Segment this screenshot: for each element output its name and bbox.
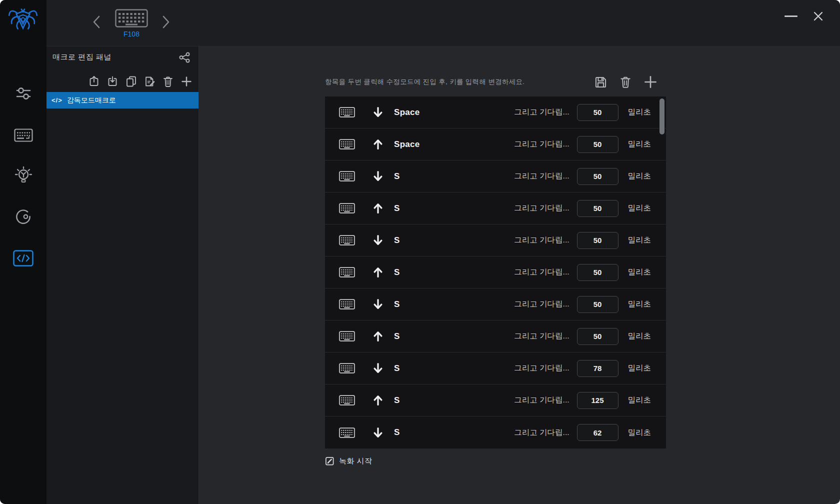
save-macro-button[interactable] — [593, 74, 608, 90]
save-icon — [594, 76, 608, 89]
export-macro-button[interactable] — [88, 74, 100, 88]
keyboard-event-icon — [339, 428, 355, 438]
import-macro-button[interactable] — [106, 74, 119, 88]
sidebar-item-macro-editor[interactable] — [0, 244, 46, 272]
keyboard-event-icon — [339, 395, 355, 406]
record-label: 녹화 시작 — [339, 456, 372, 466]
table-scrollbar-thumb[interactable] — [660, 98, 664, 134]
export-icon — [88, 76, 100, 88]
key-up-arrow-icon — [373, 330, 383, 342]
share-macro-button[interactable] — [178, 50, 192, 64]
lightbulb-icon — [14, 166, 33, 186]
macro-name-label: 감독모드매크로 — [67, 96, 116, 105]
milliseconds-unit-label: 밀리초 — [628, 107, 652, 118]
minimize-button[interactable] — [783, 8, 799, 24]
key-name-label: S — [394, 204, 514, 214]
delay-value-field[interactable]: 50 — [577, 296, 618, 313]
key-up-arrow-icon — [373, 138, 383, 150]
start-recording-button[interactable]: 녹화 시작 — [325, 456, 372, 466]
delete-macro-button[interactable] — [162, 74, 174, 88]
macro-list-item[interactable]: </> 감독모드매크로 — [46, 92, 198, 108]
delay-value-field[interactable]: 50 — [577, 136, 618, 153]
macro-step-row[interactable]: S 그리고 기다립... 50 밀리초 — [325, 256, 666, 288]
macro-step-row[interactable]: S 그리고 기다립... 50 밀리초 — [325, 320, 666, 352]
sidebar-item-key-settings[interactable] — [0, 121, 46, 149]
keyboard-event-icon — [339, 299, 355, 310]
wait-label: 그리고 기다립... — [514, 107, 569, 118]
delay-value-field[interactable]: 50 — [577, 232, 618, 249]
brand-spider-logo — [6, 4, 40, 35]
minimize-icon — [784, 16, 798, 17]
rename-macro-button[interactable] — [143, 74, 156, 88]
copy-macro-button[interactable] — [124, 74, 138, 88]
keyboard-event-icon — [339, 107, 355, 118]
macro-step-editor: 항목을 두번 클릭해 수정모드에 진입 후, 키를 입력해 변경하세요. — [199, 46, 840, 504]
key-name-label: S — [394, 268, 514, 278]
macro-step-row[interactable]: S 그리고 기다립... 50 밀리초 — [325, 192, 666, 224]
key-name-label: S — [394, 428, 514, 438]
delay-value-field[interactable]: 125 — [577, 392, 618, 409]
sliders-icon — [14, 84, 32, 102]
macro-step-row[interactable]: S 그리고 기다립... 50 밀리초 — [325, 160, 666, 192]
milliseconds-unit-label: 밀리초 — [628, 363, 652, 374]
milliseconds-unit-label: 밀리초 — [628, 139, 652, 150]
delay-value-field[interactable]: 50 — [577, 264, 618, 281]
sidebar-item-performance-settings[interactable] — [0, 80, 46, 108]
share-icon — [178, 51, 191, 64]
delay-value-field[interactable]: 62 — [577, 424, 618, 441]
sidebar-item-performance-gauge[interactable] — [0, 203, 46, 231]
delete-step-button[interactable] — [618, 74, 633, 90]
wait-label: 그리고 기다립... — [514, 235, 569, 246]
sidebar-item-lighting[interactable] — [0, 162, 46, 190]
close-button[interactable] — [810, 8, 826, 24]
chevron-right-icon — [161, 14, 171, 30]
macro-step-row[interactable]: S 그리고 기다립... 62 밀리초 — [325, 416, 666, 448]
key-down-arrow-icon — [373, 170, 383, 182]
macro-list-toolbar — [88, 74, 193, 88]
app-window: F108 매크로 편집 패널 — [0, 0, 840, 504]
macro-code-glyph: </> — [52, 96, 62, 104]
delay-value-field[interactable]: 50 — [577, 168, 618, 185]
record-pen-icon — [325, 456, 334, 466]
delay-value-field[interactable]: 50 — [577, 104, 618, 121]
panel-title: 매크로 편집 패널 — [52, 52, 112, 62]
wait-label: 그리고 기다립... — [514, 267, 569, 278]
delay-value-field[interactable]: 50 — [577, 328, 618, 345]
edit-document-icon — [144, 76, 156, 88]
edit-hint-text: 항목을 두번 클릭해 수정모드에 진입 후, 키를 입력해 변경하세요. — [325, 78, 524, 86]
key-name-label: S — [394, 300, 514, 310]
macro-step-row[interactable]: S 그리고 기다립... 78 밀리초 — [325, 352, 666, 384]
device-prev-button[interactable] — [90, 14, 102, 30]
macro-step-row[interactable]: Space 그리고 기다립... 50 밀리초 — [325, 128, 666, 160]
key-up-arrow-icon — [373, 394, 383, 406]
delay-value-field[interactable]: 50 — [577, 200, 618, 217]
add-macro-button[interactable] — [180, 74, 193, 88]
step-toolbar — [593, 74, 658, 90]
key-name-label: S — [394, 236, 514, 246]
macro-step-row[interactable]: Space 그리고 기다립... 50 밀리초 — [325, 96, 666, 128]
wait-label: 그리고 기다립... — [514, 139, 569, 150]
macro-step-row[interactable]: S 그리고 기다립... 125 밀리초 — [325, 384, 666, 416]
wait-label: 그리고 기다립... — [514, 331, 569, 342]
device-next-button[interactable] — [160, 14, 172, 30]
key-down-arrow-icon — [373, 298, 383, 310]
key-down-arrow-icon — [373, 362, 383, 374]
key-name-label: S — [394, 364, 514, 374]
key-name-label: S — [394, 396, 514, 406]
device-selector[interactable]: F108 — [113, 9, 150, 38]
key-name-label: S — [394, 172, 514, 182]
add-step-button[interactable] — [643, 74, 658, 90]
copy-icon — [126, 76, 137, 88]
milliseconds-unit-label: 밀리초 — [628, 331, 652, 342]
key-up-arrow-icon — [373, 266, 383, 278]
milliseconds-unit-label: 밀리초 — [628, 171, 652, 182]
delay-value-field[interactable]: 78 — [577, 360, 618, 377]
key-name-label: Space — [394, 140, 514, 150]
wait-label: 그리고 기다립... — [514, 203, 569, 214]
macro-step-row[interactable]: S 그리고 기다립... 50 밀리초 — [325, 224, 666, 256]
milliseconds-unit-label: 밀리초 — [628, 299, 652, 310]
macro-step-row[interactable]: S 그리고 기다립... 50 밀리초 — [325, 288, 666, 320]
keyboard-icon — [14, 128, 33, 142]
device-model-label: F108 — [124, 30, 140, 38]
key-down-arrow-icon — [373, 106, 383, 118]
